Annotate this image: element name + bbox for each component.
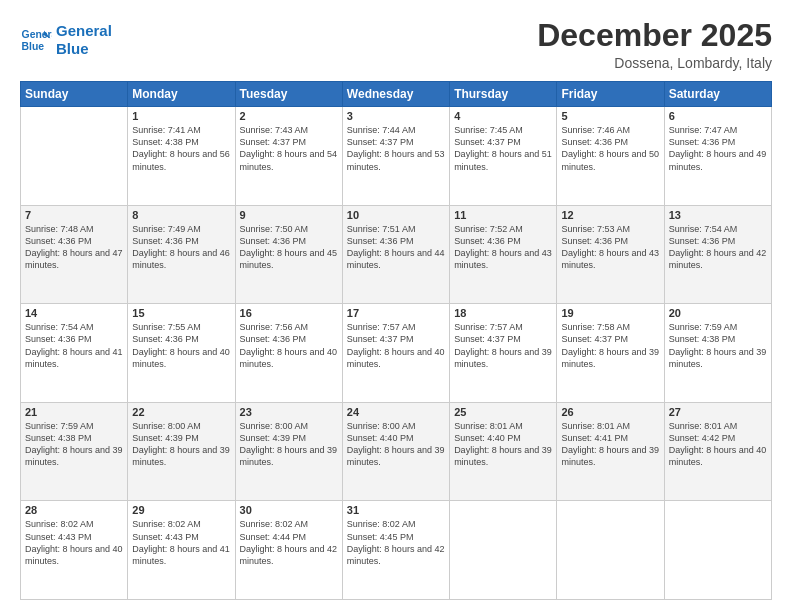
sunrise-text: Sunrise: 7:59 AM [25,420,123,432]
calendar-week-row: 21 Sunrise: 7:59 AM Sunset: 4:38 PM Dayl… [21,402,772,501]
table-row: 11 Sunrise: 7:52 AM Sunset: 4:36 PM Dayl… [450,205,557,304]
sunrise-text: Sunrise: 7:58 AM [561,321,659,333]
sunset-text: Sunset: 4:43 PM [132,531,230,543]
cell-info: Sunrise: 8:02 AM Sunset: 4:45 PM Dayligh… [347,518,445,567]
sunrise-text: Sunrise: 7:53 AM [561,223,659,235]
sunrise-text: Sunrise: 8:00 AM [347,420,445,432]
cell-info: Sunrise: 7:47 AM Sunset: 4:36 PM Dayligh… [669,124,767,173]
sunset-text: Sunset: 4:38 PM [25,432,123,444]
sunrise-text: Sunrise: 7:44 AM [347,124,445,136]
table-row: 1 Sunrise: 7:41 AM Sunset: 4:38 PM Dayli… [128,107,235,206]
table-row: 21 Sunrise: 7:59 AM Sunset: 4:38 PM Dayl… [21,402,128,501]
sunset-text: Sunset: 4:39 PM [132,432,230,444]
sunrise-text: Sunrise: 7:49 AM [132,223,230,235]
daylight-text: Daylight: 8 hours and 44 minutes. [347,247,445,271]
col-wednesday: Wednesday [342,82,449,107]
table-row: 4 Sunrise: 7:45 AM Sunset: 4:37 PM Dayli… [450,107,557,206]
sunrise-text: Sunrise: 7:47 AM [669,124,767,136]
sunrise-text: Sunrise: 7:48 AM [25,223,123,235]
daylight-text: Daylight: 8 hours and 39 minutes. [347,444,445,468]
daylight-text: Daylight: 8 hours and 39 minutes. [25,444,123,468]
sunset-text: Sunset: 4:37 PM [347,333,445,345]
daylight-text: Daylight: 8 hours and 39 minutes. [132,444,230,468]
daylight-text: Daylight: 8 hours and 53 minutes. [347,148,445,172]
cell-info: Sunrise: 7:57 AM Sunset: 4:37 PM Dayligh… [454,321,552,370]
day-number: 7 [25,209,123,221]
sunset-text: Sunset: 4:40 PM [347,432,445,444]
day-number: 4 [454,110,552,122]
logo-line2: Blue [56,40,89,57]
table-row: 19 Sunrise: 7:58 AM Sunset: 4:37 PM Dayl… [557,304,664,403]
day-number: 6 [669,110,767,122]
cell-info: Sunrise: 8:02 AM Sunset: 4:43 PM Dayligh… [132,518,230,567]
cell-info: Sunrise: 7:53 AM Sunset: 4:36 PM Dayligh… [561,223,659,272]
table-row: 15 Sunrise: 7:55 AM Sunset: 4:36 PM Dayl… [128,304,235,403]
table-row [450,501,557,600]
title-block: December 2025 Dossena, Lombardy, Italy [537,18,772,71]
sunset-text: Sunset: 4:37 PM [454,136,552,148]
cell-info: Sunrise: 7:51 AM Sunset: 4:36 PM Dayligh… [347,223,445,272]
sunset-text: Sunset: 4:37 PM [240,136,338,148]
daylight-text: Daylight: 8 hours and 47 minutes. [25,247,123,271]
sunrise-text: Sunrise: 7:46 AM [561,124,659,136]
sunset-text: Sunset: 4:36 PM [454,235,552,247]
daylight-text: Daylight: 8 hours and 42 minutes. [669,247,767,271]
sunset-text: Sunset: 4:36 PM [25,333,123,345]
sunset-text: Sunset: 4:36 PM [561,136,659,148]
sunset-text: Sunset: 4:37 PM [454,333,552,345]
table-row: 16 Sunrise: 7:56 AM Sunset: 4:36 PM Dayl… [235,304,342,403]
sunset-text: Sunset: 4:36 PM [240,235,338,247]
day-number: 17 [347,307,445,319]
day-number: 15 [132,307,230,319]
day-number: 19 [561,307,659,319]
sunset-text: Sunset: 4:44 PM [240,531,338,543]
sunrise-text: Sunrise: 7:55 AM [132,321,230,333]
day-number: 26 [561,406,659,418]
cell-info: Sunrise: 8:02 AM Sunset: 4:44 PM Dayligh… [240,518,338,567]
day-number: 12 [561,209,659,221]
page: General Blue General Blue December 2025 … [0,0,792,612]
day-number: 5 [561,110,659,122]
day-number: 13 [669,209,767,221]
daylight-text: Daylight: 8 hours and 39 minutes. [454,444,552,468]
sunrise-text: Sunrise: 7:59 AM [669,321,767,333]
sunrise-text: Sunrise: 7:51 AM [347,223,445,235]
day-number: 24 [347,406,445,418]
cell-info: Sunrise: 7:50 AM Sunset: 4:36 PM Dayligh… [240,223,338,272]
daylight-text: Daylight: 8 hours and 40 minutes. [132,346,230,370]
sunset-text: Sunset: 4:41 PM [561,432,659,444]
cell-info: Sunrise: 7:43 AM Sunset: 4:37 PM Dayligh… [240,124,338,173]
sunset-text: Sunset: 4:36 PM [240,333,338,345]
table-row: 24 Sunrise: 8:00 AM Sunset: 4:40 PM Dayl… [342,402,449,501]
cell-info: Sunrise: 8:01 AM Sunset: 4:42 PM Dayligh… [669,420,767,469]
table-row: 2 Sunrise: 7:43 AM Sunset: 4:37 PM Dayli… [235,107,342,206]
sunset-text: Sunset: 4:45 PM [347,531,445,543]
table-row [664,501,771,600]
logo-text: General Blue [56,22,112,58]
cell-info: Sunrise: 7:54 AM Sunset: 4:36 PM Dayligh… [25,321,123,370]
cell-info: Sunrise: 7:44 AM Sunset: 4:37 PM Dayligh… [347,124,445,173]
calendar-week-row: 1 Sunrise: 7:41 AM Sunset: 4:38 PM Dayli… [21,107,772,206]
day-number: 2 [240,110,338,122]
daylight-text: Daylight: 8 hours and 39 minutes. [240,444,338,468]
location-title: Dossena, Lombardy, Italy [537,55,772,71]
table-row: 9 Sunrise: 7:50 AM Sunset: 4:36 PM Dayli… [235,205,342,304]
table-row: 25 Sunrise: 8:01 AM Sunset: 4:40 PM Dayl… [450,402,557,501]
day-number: 8 [132,209,230,221]
sunrise-text: Sunrise: 8:01 AM [561,420,659,432]
table-row: 28 Sunrise: 8:02 AM Sunset: 4:43 PM Dayl… [21,501,128,600]
table-row: 29 Sunrise: 8:02 AM Sunset: 4:43 PM Dayl… [128,501,235,600]
cell-info: Sunrise: 7:48 AM Sunset: 4:36 PM Dayligh… [25,223,123,272]
sunset-text: Sunset: 4:43 PM [25,531,123,543]
daylight-text: Daylight: 8 hours and 40 minutes. [25,543,123,567]
cell-info: Sunrise: 7:58 AM Sunset: 4:37 PM Dayligh… [561,321,659,370]
sunrise-text: Sunrise: 8:01 AM [669,420,767,432]
table-row [21,107,128,206]
table-row: 22 Sunrise: 8:00 AM Sunset: 4:39 PM Dayl… [128,402,235,501]
sunrise-text: Sunrise: 8:00 AM [132,420,230,432]
sunrise-text: Sunrise: 8:02 AM [347,518,445,530]
sunrise-text: Sunrise: 7:54 AM [669,223,767,235]
table-row: 7 Sunrise: 7:48 AM Sunset: 4:36 PM Dayli… [21,205,128,304]
table-row: 26 Sunrise: 8:01 AM Sunset: 4:41 PM Dayl… [557,402,664,501]
logo-icon: General Blue [20,24,52,56]
